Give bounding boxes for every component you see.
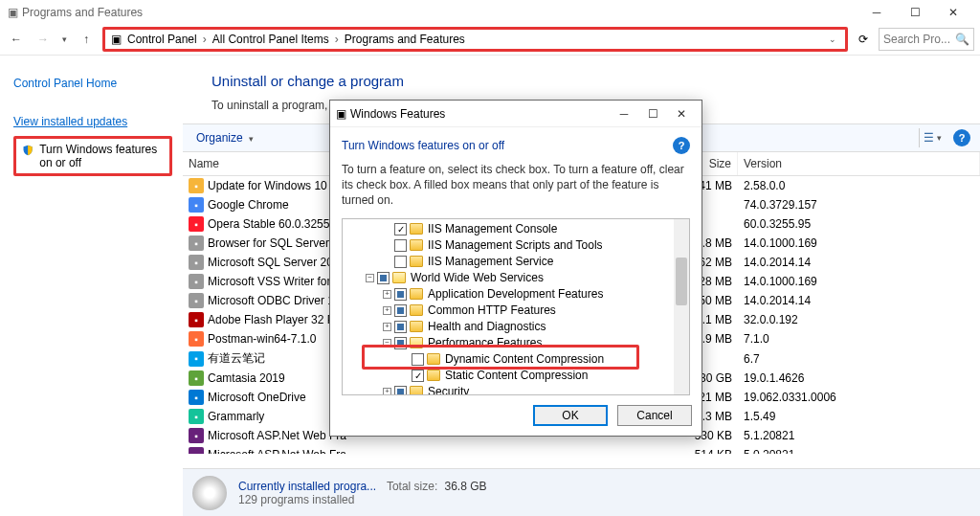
checkbox[interactable] [394,386,407,395]
link-control-panel-home[interactable]: Control Panel Home [13,73,172,94]
breadcrumb[interactable]: ▣ Control Panel › All Control Panel Item… [102,27,848,52]
program-icon: ▪ [189,255,204,270]
dialog-icon: ▣ [336,107,346,121]
expand-icon[interactable]: + [383,306,391,315]
checkbox[interactable] [394,304,407,317]
dialog-minimize-button[interactable]: ─ [610,101,638,125]
checkbox[interactable] [394,223,407,236]
organize-button[interactable]: Organize ▾ [192,131,256,145]
checkbox[interactable] [412,370,424,382]
windows-features-dialog: ▣ Windows Features ─ ☐ ✕ Turn Windows fe… [329,100,702,437]
program-icon: ▪ [189,236,204,251]
col-version[interactable]: Version [738,152,980,175]
node-security[interactable]: Security [426,385,469,395]
maximize-button[interactable]: ☐ [896,0,934,24]
checkbox[interactable] [394,239,407,252]
tree-scrollbar[interactable] [674,219,689,394]
windows-features-label: Turn Windows features on or off [39,143,164,169]
expand-icon[interactable]: + [383,290,391,299]
titlebar: ▣ Programs and Features ─ ☐ ✕ [0,0,980,24]
cancel-button[interactable]: Cancel [617,405,692,426]
close-button[interactable]: ✕ [934,0,972,24]
node-iis-service[interactable]: IIS Management Service [426,255,553,268]
refresh-button[interactable]: ⟳ [854,33,873,46]
minimize-button[interactable]: ─ [858,0,896,24]
program-version: 1.5.49 [738,409,980,424]
program-name: Camtasia 2019 [208,371,285,385]
program-version: 6.7 [738,351,980,367]
dialog-help-button[interactable]: ? [673,137,690,154]
chevron-right-icon: › [203,33,207,46]
folder-icon [410,337,423,348]
program-version: 7.1.0 [738,331,980,347]
program-version: 74.0.3729.157 [738,197,980,213]
expand-icon[interactable]: + [383,388,391,395]
folder-icon [410,304,423,316]
program-name: Update for Windows 10 for [208,179,344,192]
view-options-button[interactable]: ☰▾ [919,128,947,147]
address-dropdown-icon[interactable]: ⌄ [826,34,839,44]
crumb-programs[interactable]: Programs and Features [343,33,467,46]
node-iis-scripts[interactable]: IIS Management Scripts and Tools [426,238,603,252]
folder-icon [410,386,423,395]
back-button[interactable]: ← [6,29,27,50]
expand-icon[interactable]: + [383,323,391,331]
page-title: Uninstall or change a program [183,56,980,99]
folder-icon [410,321,423,332]
dialog-close-button[interactable]: ✕ [667,101,696,125]
program-icon: ▪ [189,390,204,405]
dialog-titlebar[interactable]: ▣ Windows Features ─ ☐ ✕ [330,101,702,127]
dialog-heading: Turn Windows features on or off [342,139,504,152]
program-version: 5.0.20821 [738,447,980,454]
checkbox[interactable] [412,353,424,366]
history-dropdown-icon[interactable]: ▾ [59,34,70,44]
crumb-all-items[interactable]: All Control Panel Items [211,33,331,46]
node-http[interactable]: Common HTTP Features [426,303,556,317]
folder-icon [427,370,440,381]
program-version: 14.0.2014.14 [738,255,980,270]
address-bar: ← → ▾ ↑ ▣ Control Panel › All Control Pa… [0,24,980,55]
search-placeholder: Search Pro... [883,33,950,46]
collapse-icon[interactable]: − [366,274,374,282]
node-health[interactable]: Health and Diagnostics [426,320,546,333]
feature-tree[interactable]: IIS Management Console IIS Management Sc… [342,218,690,395]
folder-icon [427,353,440,365]
program-icon: ▪ [189,370,204,386]
link-view-updates[interactable]: View installed updates [13,111,172,132]
node-app-dev[interactable]: Application Development Features [426,287,603,301]
program-version: 2.58.0.0 [738,178,980,193]
checkbox[interactable] [394,288,407,301]
folder-icon [410,256,423,267]
forward-button[interactable]: → [33,29,54,50]
up-button[interactable]: ↑ [76,29,97,50]
node-iis-console[interactable]: IIS Management Console [426,222,557,236]
checkbox[interactable] [394,256,407,268]
dialog-description: To turn a feature on, select its check b… [342,154,690,218]
program-icon: ▪ [189,351,204,367]
program-version: 60.0.3255.95 [738,216,980,232]
dialog-maximize-button[interactable]: ☐ [638,101,667,125]
checkbox[interactable] [377,272,390,284]
search-input[interactable]: Search Pro... 🔍 [879,28,974,51]
crumb-control-panel[interactable]: Control Panel [125,33,199,46]
program-icon: ▪ [189,428,204,443]
folder-icon [410,223,423,235]
link-windows-features[interactable]: Turn Windows features on or off [13,136,172,176]
ok-button[interactable]: OK [533,405,608,426]
table-row[interactable]: ▪Microsoft ASP.Net Web Fra514 KB5.0.2082… [183,445,980,454]
folder-icon [410,288,423,300]
node-performance[interactable]: Performance Features [426,336,542,349]
status-count: 129 programs installed [238,493,487,506]
collapse-icon[interactable]: − [383,339,391,348]
checkbox[interactable] [394,337,407,349]
program-version: 14.0.2014.14 [738,293,980,308]
node-www-services[interactable]: World Wide Web Services [409,271,544,284]
program-version: 32.0.0.192 [738,312,980,327]
disc-icon [192,476,227,510]
checkbox[interactable] [394,321,407,333]
node-dyn-compress[interactable]: Dynamic Content Compression [443,352,604,366]
help-button[interactable]: ? [953,129,970,146]
node-static-compress[interactable]: Static Content Compression [443,369,588,382]
search-icon: 🔍 [955,33,969,46]
left-panel: Control Panel Home View installed update… [0,56,182,516]
